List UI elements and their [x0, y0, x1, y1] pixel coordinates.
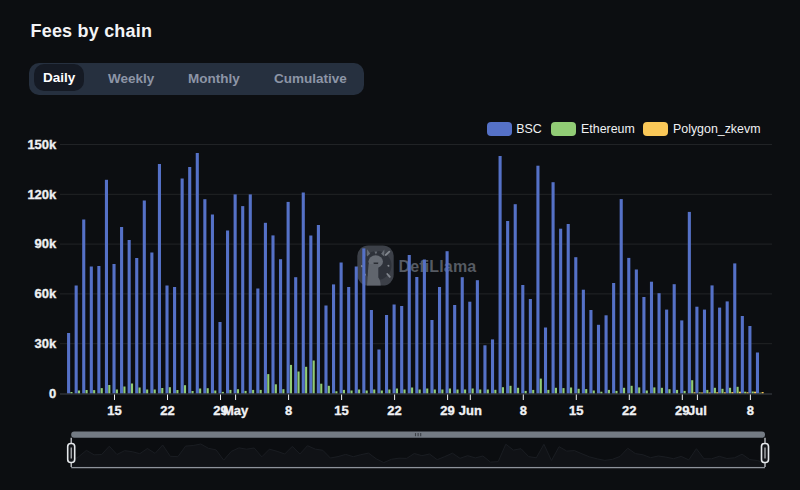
svg-text:Jul: Jul [688, 403, 707, 418]
svg-text:15: 15 [569, 403, 583, 418]
svg-text:15: 15 [334, 403, 348, 418]
svg-text:8: 8 [285, 403, 292, 418]
svg-text:60k: 60k [35, 286, 57, 301]
svg-text:8: 8 [520, 403, 527, 418]
svg-text:22: 22 [387, 403, 401, 418]
svg-text:May: May [223, 403, 249, 418]
svg-text:150k: 150k [27, 137, 57, 152]
svg-text:22: 22 [622, 403, 636, 418]
svg-text:0: 0 [49, 386, 56, 401]
svg-text:30k: 30k [35, 336, 57, 351]
svg-text:120k: 120k [27, 187, 57, 202]
svg-text:15: 15 [107, 403, 121, 418]
svg-text:22: 22 [160, 403, 174, 418]
svg-text:Jun: Jun [459, 403, 482, 418]
svg-text:29: 29 [440, 403, 454, 418]
svg-text:90k: 90k [35, 236, 57, 251]
svg-text:8: 8 [747, 403, 754, 418]
